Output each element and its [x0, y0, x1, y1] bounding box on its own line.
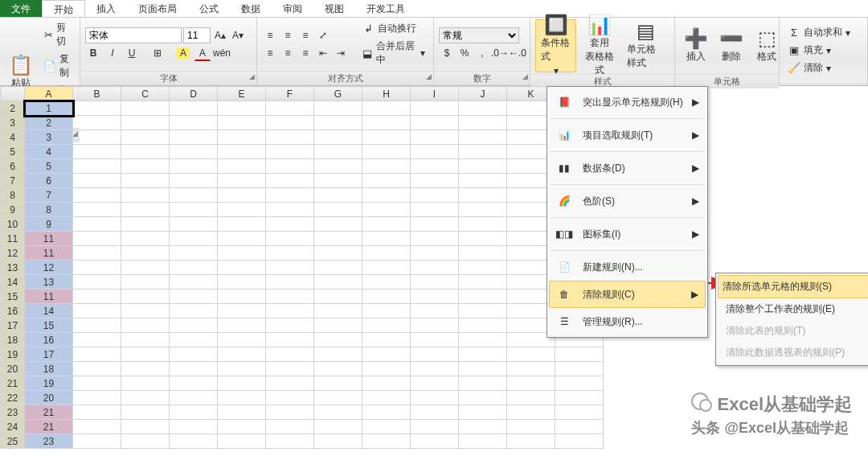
cell[interactable]: [121, 261, 170, 275]
row-header[interactable]: 5: [1, 145, 25, 159]
cell[interactable]: [362, 391, 411, 405]
cell[interactable]: [362, 376, 411, 391]
cell[interactable]: [218, 246, 266, 261]
dec-decimal-button[interactable]: ←.0: [510, 45, 526, 61]
cell[interactable]: [218, 290, 266, 304]
cell[interactable]: [170, 275, 218, 290]
col-header[interactable]: H: [362, 87, 411, 101]
cell[interactable]: [459, 434, 507, 449]
cell[interactable]: [170, 116, 218, 130]
cell[interactable]: [555, 347, 604, 362]
cell[interactable]: [459, 203, 507, 217]
cell[interactable]: [362, 347, 411, 362]
cell[interactable]: [73, 246, 121, 261]
cell[interactable]: [170, 145, 218, 159]
cell[interactable]: 14: [25, 304, 73, 318]
number-format-select[interactable]: 常规: [439, 27, 519, 43]
indent-inc-button[interactable]: ⇥: [333, 45, 349, 61]
menu-clear-rules[interactable]: 🗑清除规则(C)▶: [549, 281, 706, 308]
cell[interactable]: [73, 420, 121, 434]
cell[interactable]: [73, 391, 121, 405]
cell[interactable]: [266, 318, 314, 333]
cell[interactable]: [170, 101, 218, 116]
cell[interactable]: [411, 275, 459, 290]
cell[interactable]: [73, 232, 121, 246]
cell[interactable]: [411, 420, 459, 434]
cell[interactable]: [459, 159, 507, 174]
align-left-button[interactable]: ≡: [262, 45, 278, 61]
cell[interactable]: [121, 246, 170, 261]
cell[interactable]: [121, 290, 170, 304]
cell[interactable]: 5: [25, 159, 73, 174]
cell[interactable]: [555, 391, 604, 405]
cell[interactable]: [218, 174, 266, 188]
cell[interactable]: [314, 304, 362, 318]
cell[interactable]: [411, 304, 459, 318]
cell[interactable]: 6: [25, 174, 73, 188]
bold-button[interactable]: B: [85, 45, 101, 61]
cell[interactable]: [362, 405, 411, 420]
row-header[interactable]: 16: [1, 304, 25, 318]
cell[interactable]: [170, 130, 218, 145]
cell[interactable]: [121, 232, 170, 246]
cell[interactable]: [73, 290, 121, 304]
col-header[interactable]: J: [459, 87, 507, 101]
cell[interactable]: [121, 391, 170, 405]
menu-new-rule[interactable]: 📄新建规则(N)...: [549, 253, 706, 281]
cell[interactable]: 9: [25, 217, 73, 232]
cell[interactable]: [218, 203, 266, 217]
cell[interactable]: [218, 101, 266, 116]
cell[interactable]: 13: [25, 275, 73, 290]
cell[interactable]: [411, 391, 459, 405]
cell[interactable]: [507, 347, 555, 362]
cell[interactable]: 20: [25, 391, 73, 405]
cell[interactable]: [121, 347, 170, 362]
col-header[interactable]: D: [170, 87, 218, 101]
cell[interactable]: [362, 318, 411, 333]
cell[interactable]: [362, 130, 411, 145]
cell[interactable]: 11: [25, 232, 73, 246]
cell[interactable]: [411, 376, 459, 391]
cell[interactable]: [314, 130, 362, 145]
cell[interactable]: [121, 145, 170, 159]
cell[interactable]: [266, 376, 314, 391]
cell[interactable]: 4: [25, 145, 73, 159]
font-color-button[interactable]: A: [194, 45, 211, 61]
cell[interactable]: [73, 333, 121, 347]
cell[interactable]: [459, 130, 507, 145]
col-header[interactable]: B: [73, 87, 121, 101]
cell[interactable]: [218, 145, 266, 159]
cell[interactable]: [411, 130, 459, 145]
row-header[interactable]: 21: [1, 376, 25, 391]
cell[interactable]: [362, 159, 411, 174]
cell[interactable]: [459, 101, 507, 116]
cell[interactable]: 17: [25, 347, 73, 362]
cell[interactable]: [314, 246, 362, 261]
cell[interactable]: [266, 434, 314, 449]
cell[interactable]: [411, 159, 459, 174]
col-header[interactable]: I: [411, 87, 459, 101]
cell[interactable]: [73, 347, 121, 362]
grow-font-button[interactable]: A▴: [212, 27, 228, 43]
cell[interactable]: [266, 347, 314, 362]
row-header[interactable]: 3: [1, 116, 25, 130]
clear-button[interactable]: 🧹清除 ▾: [784, 60, 854, 76]
format-cells-button[interactable]: ⬚格式: [751, 19, 783, 72]
cell[interactable]: [459, 420, 507, 434]
cell[interactable]: [266, 420, 314, 434]
cell[interactable]: [170, 318, 218, 333]
font-size-input[interactable]: [183, 27, 211, 43]
cell[interactable]: [266, 333, 314, 347]
cell[interactable]: [170, 217, 218, 232]
cell-styles-button[interactable]: ▤ 单元格样式: [622, 19, 669, 72]
row-header[interactable]: 24: [1, 420, 25, 434]
cell[interactable]: [314, 174, 362, 188]
inc-decimal-button[interactable]: .0→: [492, 45, 508, 61]
cell[interactable]: [73, 275, 121, 290]
cell[interactable]: [218, 261, 266, 275]
tab-file[interactable]: 文件: [0, 0, 42, 17]
cell[interactable]: [411, 347, 459, 362]
cell[interactable]: [266, 188, 314, 203]
cell[interactable]: [266, 261, 314, 275]
cell[interactable]: [266, 217, 314, 232]
